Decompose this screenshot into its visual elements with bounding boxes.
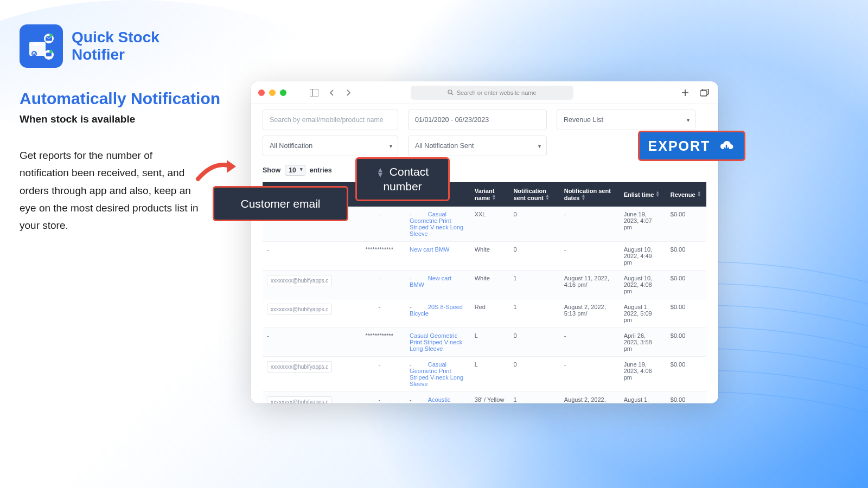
svg-rect-6	[46, 53, 52, 56]
cell-variant: White	[470, 241, 509, 270]
svg-line-11	[451, 93, 453, 95]
cell-variant: Red	[470, 299, 509, 328]
cell-email	[263, 391, 353, 403]
table-row: -************New cart BMWWhite0-August 1…	[263, 241, 706, 270]
cloud-download-icon	[718, 137, 735, 155]
forward-icon[interactable]	[343, 87, 355, 99]
cell-count: 0	[509, 241, 559, 270]
date-range-input[interactable]: 01/01/2020 - 06/23/2023	[408, 110, 547, 130]
cell-revenue: $0.00	[666, 207, 706, 242]
svg-rect-8	[310, 89, 318, 97]
cell-revenue: $0.00	[666, 328, 706, 356]
cell-phone: ************	[353, 241, 405, 270]
svg-point-10	[448, 90, 452, 94]
export-button[interactable]: EXPORT	[638, 131, 745, 161]
cell-email: -	[263, 328, 353, 356]
cell-count: 0	[509, 328, 559, 356]
app-name: Quick Stock Notifier	[72, 29, 159, 63]
cell-phone: -	[353, 356, 405, 391]
cell-product[interactable]: New cart BMW	[405, 241, 470, 270]
cell-enlist: August 10, 2022, 4:08 pm	[620, 270, 666, 299]
table-row: --New cart BMWWhite1August 11, 2022, 4:1…	[263, 270, 706, 299]
cell-email	[263, 270, 353, 299]
svg-point-4	[49, 34, 53, 37]
subheadline: When stock is available	[20, 113, 226, 125]
cell-revenue: $0.00	[666, 299, 706, 328]
arrow-icon	[195, 155, 244, 187]
entries-count-select[interactable]: 10	[285, 165, 305, 176]
cell-phone: ************	[353, 328, 405, 356]
new-tab-icon[interactable]	[679, 87, 691, 99]
cell-dates: August 11, 2022, 4:16 pm/	[560, 270, 620, 299]
cell-dates: -	[560, 241, 620, 270]
sent-filter-select[interactable]: All Notification Sent	[408, 136, 547, 156]
email-field[interactable]	[267, 304, 332, 315]
cell-dates: -	[560, 328, 620, 356]
cell-phone: -	[353, 391, 405, 403]
traffic-lights	[258, 89, 286, 96]
cell-product[interactable]: Casual Geometric Print Striped V-neck Lo…	[405, 328, 470, 356]
close-icon[interactable]	[258, 89, 265, 96]
email-field[interactable]	[267, 396, 332, 403]
revenue-filter-select[interactable]: Revenue List	[557, 110, 695, 130]
minimize-icon[interactable]	[269, 89, 276, 96]
tabs-overview-icon[interactable]	[699, 87, 711, 99]
cell-variant: 38' / Yellow	[470, 391, 509, 403]
cell-variant: L	[470, 328, 509, 356]
table-row: --Acoustic Guitar, 37 Inch38' / Yellow1A…	[263, 391, 706, 403]
cell-product[interactable]: -20S 8-Speed Bicycle	[405, 299, 470, 328]
table-row: --20S 8-Speed BicycleRed1August 2, 2022,…	[263, 299, 706, 328]
table-row: -************Casual Geometric Print Stri…	[263, 328, 706, 356]
cell-variant: XXL	[470, 207, 509, 242]
back-icon[interactable]	[326, 87, 337, 99]
browser-window: Search or enter website name Search by e…	[251, 81, 718, 403]
cell-variant: White	[470, 270, 509, 299]
svg-rect-15	[700, 91, 707, 96]
cell-dates: -	[560, 356, 620, 391]
cell-dates: August 2, 2022, 5:13 pm/	[560, 299, 620, 328]
email-field[interactable]	[267, 275, 332, 286]
col-variant[interactable]: Variant name▲▼	[470, 182, 509, 207]
cell-product[interactable]: -New cart BMW	[405, 270, 470, 299]
cell-revenue: $0.00	[666, 270, 706, 299]
svg-point-7	[49, 50, 53, 53]
url-bar[interactable]: Search or enter website name	[411, 86, 573, 100]
col-revenue[interactable]: Revenue▲▼	[666, 182, 706, 207]
cell-enlist: June 19, 2023, 4:07 pm	[620, 207, 666, 242]
col-sent-count[interactable]: Notification sent count▲▼	[509, 182, 559, 207]
cell-product[interactable]: -Casual Geometric Print Striped V-neck L…	[405, 356, 470, 391]
search-input[interactable]: Search by email/mobile/product name	[263, 110, 398, 130]
cell-enlist: August 1, 2022, 5:09 pm	[620, 299, 666, 328]
cell-count: 1	[509, 299, 559, 328]
cell-variant: L	[470, 356, 509, 391]
email-field[interactable]	[267, 361, 332, 373]
cell-enlist: August 1, 2022, 5:29	[620, 391, 666, 403]
cell-phone: -	[353, 299, 405, 328]
cell-product[interactable]: -Casual Geometric Print Striped V-neck L…	[405, 207, 470, 242]
col-enlist[interactable]: Enlist time▲▼	[620, 182, 666, 207]
cell-dates: August 2, 2022, 5:30 pm/	[560, 391, 620, 403]
cell-enlist: April 26, 2023, 3:58 pm	[620, 328, 666, 356]
cell-phone: -	[353, 270, 405, 299]
cell-enlist: June 19, 2023, 4:06 pm	[620, 356, 666, 391]
sidebar-toggle-icon[interactable]	[308, 87, 320, 99]
cell-email: -	[263, 241, 353, 270]
cell-phone: -	[353, 207, 405, 242]
body-copy: Get reports for the number of notificati…	[20, 147, 199, 234]
col-sent-dates[interactable]: Notification sent dates▲▼	[560, 182, 620, 207]
cell-revenue: $0.00	[666, 241, 706, 270]
cell-count: 0	[509, 356, 559, 391]
entries-selector: Show 10 entries	[263, 165, 706, 176]
cell-count: 1	[509, 391, 559, 403]
cell-product[interactable]: -Acoustic Guitar, 37 Inch	[405, 391, 470, 403]
cell-count: 0	[509, 207, 559, 242]
callout-customer-email: Customer email	[213, 186, 348, 221]
cell-email	[263, 356, 353, 391]
maximize-icon[interactable]	[280, 89, 286, 96]
search-icon	[448, 89, 454, 95]
cell-revenue: $0.00	[666, 391, 706, 403]
headline: Automatically Notification	[20, 89, 226, 108]
callout-contact-number: ▲▼Contact number	[355, 157, 450, 201]
notification-filter-select[interactable]: All Notification	[263, 136, 398, 156]
cell-dates: -	[560, 207, 620, 242]
